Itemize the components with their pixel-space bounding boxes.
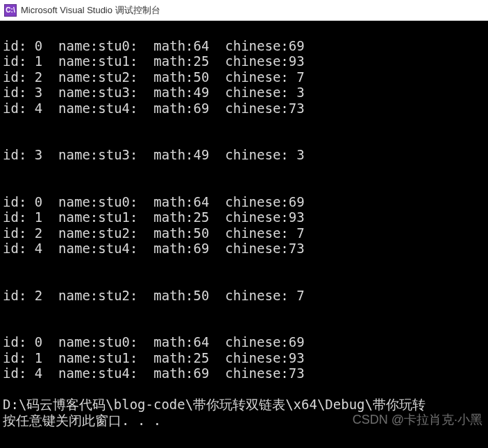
titlebar: C:\ Microsoft Visual Studio 调试控制台 <box>0 0 488 21</box>
output-line: id: 3 name:stu3: math:49 chinese: 3 <box>3 85 305 100</box>
footer-path: D:\码云博客代码\blog-code\带你玩转双链表\x64\Debug\带你… <box>3 397 426 412</box>
console-output[interactable]: id: 0 name:stu0: math:64 chinese:69 id: … <box>0 21 488 448</box>
output-line: id: 1 name:stu1: math:25 chinese:93 <box>3 209 305 225</box>
output-line: id: 0 name:stu0: math:64 chinese:69 <box>3 38 305 53</box>
output-line: id: 0 name:stu0: math:64 chinese:69 <box>3 194 305 209</box>
output-line: id: 4 name:stu4: math:69 chinese:73 <box>3 241 305 256</box>
output-line: id: 1 name:stu1: math:25 chinese:93 <box>3 350 305 365</box>
watermark-text: CSDN @卡拉肖克·小黑 <box>353 412 482 428</box>
output-line: id: 0 name:stu0: math:64 chinese:69 <box>3 334 305 350</box>
output-line: id: 4 name:stu4: math:69 chinese:73 <box>3 365 305 381</box>
vs-icon: C:\ <box>4 4 17 17</box>
output-line: id: 4 name:stu4: math:69 chinese:73 <box>3 101 305 116</box>
output-line: id: 3 name:stu3: math:49 chinese: 3 <box>3 147 305 162</box>
output-line: id: 2 name:stu2: math:50 chinese: 7 <box>3 225 305 241</box>
window-title: Microsoft Visual Studio 调试控制台 <box>21 4 160 17</box>
footer-prompt: 按任意键关闭此窗口. . . <box>3 413 161 428</box>
output-line: id: 2 name:stu2: math:50 chinese: 7 <box>3 69 305 85</box>
output-line: id: 2 name:stu2: math:50 chinese: 7 <box>3 288 305 303</box>
output-line: id: 1 name:stu1: math:25 chinese:93 <box>3 53 305 69</box>
